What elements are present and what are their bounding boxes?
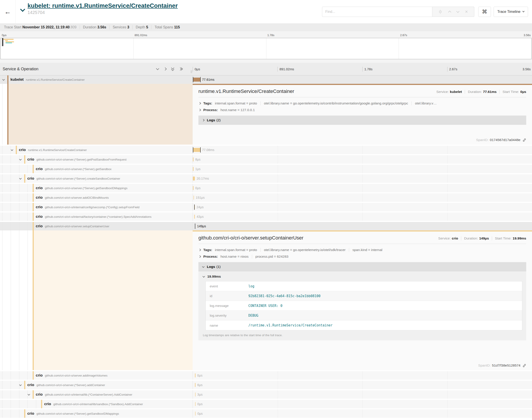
link-icon[interactable] <box>522 138 526 142</box>
key-value-item[interactable]: otel.library.v… <box>411 101 440 105</box>
span-duration-bar[interactable] <box>193 157 194 162</box>
span-name-cell[interactable]: criogithub.com/cri-o/cri-o/server.(*Serv… <box>0 409 193 418</box>
span-duration-bar[interactable] <box>194 215 195 219</box>
span-name-cell[interactable]: criogithub.com/cri-o/cri-o/server.addOCI… <box>0 193 193 202</box>
span-timeline-cell[interactable]: 1μs <box>193 165 532 173</box>
span-duration-bar[interactable] <box>195 383 196 387</box>
span-timeline-cell[interactable]: 0μs <box>193 400 532 408</box>
expand-chevron-icon[interactable] <box>2 78 5 80</box>
find-input[interactable] <box>322 7 432 17</box>
span-timeline-cell[interactable]: 20.17ms <box>193 174 532 183</box>
span-timeline-cell[interactable]: 24μs <box>193 203 532 211</box>
span-timeline-cell[interactable]: 77.08ms <box>193 146 532 154</box>
span-timeline-cell[interactable]: 151μs <box>193 193 532 202</box>
span-duration-bar[interactable] <box>193 186 194 190</box>
span-row[interactable]: criogithub.com/cri-o/cri-o/internal/lib/… <box>0 400 532 408</box>
span-timeline-cell[interactable]: 149μs <box>193 222 532 230</box>
process-row[interactable]: Process:host.name = 127.0.0.1 <box>198 108 526 112</box>
expand-chevron-icon[interactable] <box>19 158 21 160</box>
log-entry-header[interactable]: 19.99ms <box>203 274 522 279</box>
span-duration-bar[interactable] <box>195 374 196 377</box>
span-duration-bar[interactable] <box>194 195 194 200</box>
keyboard-shortcuts-button[interactable]: ⌘ <box>478 7 491 17</box>
logs-accordion[interactable]: Logs(2) <box>198 116 526 125</box>
span-duration-bar[interactable] <box>193 78 200 82</box>
span-row[interactable]: criogithub.com/cri-o/cri-o/internal/lib.… <box>0 390 532 399</box>
span-row[interactable]: criogithub.com/cri-o/cri-o/server.setupC… <box>0 222 532 230</box>
locate-icon[interactable] <box>438 10 442 14</box>
key-value-item[interactable]: process.pid = 624283 <box>252 255 292 258</box>
minimap-canvas[interactable] <box>0 38 532 59</box>
span-duration-bar[interactable] <box>193 148 200 152</box>
expand-chevron-icon[interactable] <box>19 177 21 180</box>
trace-title-link[interactable]: kubelet: runtime.v1.RuntimeService/Creat… <box>28 2 178 9</box>
key-value-item[interactable]: internal.span.format = proto <box>215 248 260 252</box>
collapse-trace-header-icon[interactable] <box>20 7 25 12</box>
span-row[interactable]: criogithub.com/cri-o/cri-o/server.(*Serv… <box>0 409 532 418</box>
span-name-cell[interactable]: criogithub.com/cri-o/cri-o/internal/conf… <box>0 203 193 211</box>
span-duration-bar[interactable] <box>193 167 194 171</box>
span-name-cell[interactable]: criogithub.com/cri-o/cri-o/server.addIma… <box>0 371 193 380</box>
span-name-cell[interactable]: crioruntime.v1.RuntimeService/CreateCont… <box>0 146 193 154</box>
find-prev-icon[interactable] <box>449 10 451 13</box>
span-duration-bar[interactable] <box>195 412 196 416</box>
key-value-item[interactable]: span.kind = internal <box>349 248 386 252</box>
span-timeline-cell[interactable]: 6μs <box>193 381 532 389</box>
span-row[interactable]: criogithub.com/cri-o/cri-o/server.(*Serv… <box>0 184 532 192</box>
span-row[interactable]: criogithub.com/cri-o/cri-o/server.(*Serv… <box>0 165 532 173</box>
span-row[interactable]: criogithub.com/cri-o/cri-o/internal/conf… <box>0 203 532 211</box>
find-next-icon[interactable] <box>457 10 459 13</box>
span-row[interactable]: kubeletruntime.v1.RuntimeService/CreateC… <box>0 75 532 84</box>
collapse-one-icon[interactable] <box>156 67 159 71</box>
span-timeline-cell[interactable]: 0μs <box>193 409 532 418</box>
span-duration-bar[interactable] <box>193 177 195 180</box>
trace-view-selector[interactable]: Trace Timeline <box>494 7 528 17</box>
expand-one-icon[interactable] <box>164 68 166 70</box>
span-timeline-cell[interactable]: 43μs <box>193 212 532 221</box>
key-value-item[interactable]: internal.span.format = proto <box>215 101 260 105</box>
expand-chevron-icon[interactable] <box>19 383 21 386</box>
clear-find-icon[interactable]: × <box>465 9 468 15</box>
span-row[interactable]: criogithub.com/cri-o/cri-o/internal/fact… <box>0 212 532 221</box>
back-button[interactable]: ← <box>0 0 16 23</box>
span-duration-bar[interactable] <box>195 392 196 396</box>
span-name-cell[interactable]: criogithub.com/cri-o/cri-o/server.(*Serv… <box>0 184 193 192</box>
span-row[interactable]: criogithub.com/cri-o/cri-o/server.addOCI… <box>0 193 532 202</box>
span-row[interactable]: criogithub.com/cri-o/cri-o/server.(*Serv… <box>0 155 532 164</box>
span-name-cell[interactable]: criogithub.com/cri-o/cri-o/server.(*Serv… <box>0 174 193 183</box>
key-value-item[interactable]: host.name = 127.0.0.1 <box>220 108 258 112</box>
process-row[interactable]: Process:host.name = nixosprocess.pid = 6… <box>198 255 526 258</box>
logs-accordion[interactable]: Logs(1) <box>198 262 526 271</box>
span-timeline-cell[interactable]: 77.61ms <box>193 75 532 84</box>
span-name-cell[interactable]: criogithub.com/cri-o/cri-o/internal/fact… <box>0 212 193 221</box>
key-value-item[interactable]: otel.library.name = go.opentelemetry.io/… <box>260 248 349 252</box>
span-name-cell[interactable]: criogithub.com/cri-o/cri-o/server.setupC… <box>0 222 193 230</box>
span-timeline-cell[interactable]: 0μs <box>193 184 532 192</box>
collapse-all-icon[interactable] <box>172 67 174 71</box>
link-icon[interactable] <box>522 364 526 367</box>
minimap-scrubber[interactable] <box>2 38 3 46</box>
span-id-value: 51cf7f38e5128574 <box>492 363 520 367</box>
span-row[interactable]: criogithub.com/cri-o/cri-o/server.addIma… <box>0 371 532 380</box>
expand-chevron-icon[interactable] <box>28 393 30 395</box>
key-value-item[interactable]: otel.library.name = go.opentelemetry.io/… <box>260 101 411 105</box>
span-timeline-cell[interactable]: 3μs <box>193 390 532 399</box>
span-timeline-cell[interactable]: 8μs <box>193 155 532 164</box>
tags-row[interactable]: Tags:internal.span.format = protootel.li… <box>198 248 526 252</box>
span-timeline-cell[interactable]: 0μs <box>193 371 532 380</box>
span-name-cell[interactable]: criogithub.com/cri-o/cri-o/server.(*Serv… <box>0 155 193 164</box>
span-row[interactable]: criogithub.com/cri-o/cri-o/server.(*Serv… <box>0 381 532 389</box>
key-value-item[interactable]: host.name = nixos <box>220 255 252 258</box>
tags-row[interactable]: Tags:internal.span.format = protootel.li… <box>198 101 526 105</box>
span-name-cell[interactable]: criogithub.com/cri-o/cri-o/internal/lib/… <box>0 400 193 408</box>
column-resizer[interactable] <box>191 70 192 73</box>
span-name-cell[interactable]: criogithub.com/cri-o/cri-o/server.(*Serv… <box>0 381 193 389</box>
span-row[interactable]: crioruntime.v1.RuntimeService/CreateCont… <box>0 146 532 154</box>
span-name-cell[interactable]: kubeletruntime.v1.RuntimeService/CreateC… <box>0 75 193 84</box>
expand-chevron-icon[interactable] <box>11 148 13 151</box>
span-duration-bar[interactable] <box>195 402 196 406</box>
expand-all-icon[interactable] <box>179 68 182 70</box>
span-name-cell[interactable]: criogithub.com/cri-o/cri-o/server.(*Serv… <box>0 165 193 173</box>
span-row[interactable]: criogithub.com/cri-o/cri-o/server.(*Serv… <box>0 174 532 183</box>
span-name-cell[interactable]: criogithub.com/cri-o/cri-o/internal/lib.… <box>0 390 193 399</box>
